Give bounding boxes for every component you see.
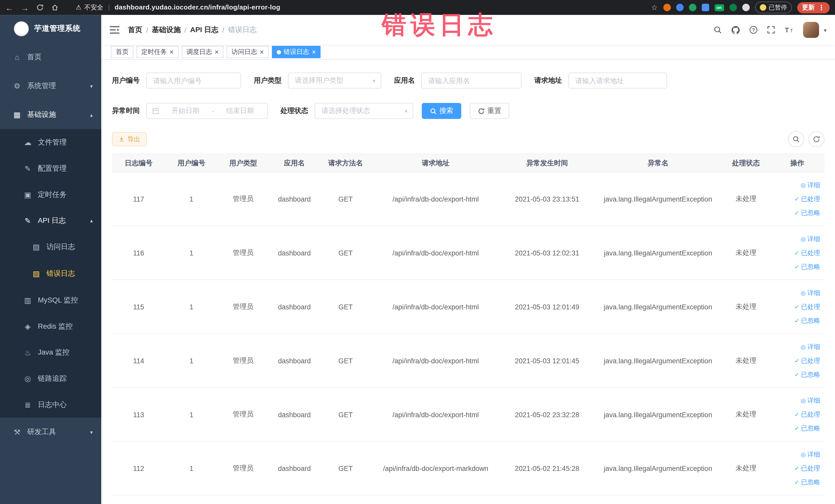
access-log-icon: ▨ xyxy=(31,243,42,251)
detail-link[interactable]: ◎详细 xyxy=(801,396,820,405)
active-tab-dot xyxy=(277,50,281,54)
processed-link[interactable]: ✓已处理 xyxy=(794,302,820,311)
ignore-link[interactable]: ✓已忽略 xyxy=(794,262,820,271)
table-row: 1141管理员dashboardGET/api/infra/db-doc/exp… xyxy=(112,334,824,387)
table-row: 1151管理员dashboardGET/api/infra/db-doc/exp… xyxy=(112,280,824,334)
column-header: 请求地址 xyxy=(371,154,500,172)
detail-link[interactable]: ◎详细 xyxy=(801,342,820,351)
search-button[interactable]: 搜索 xyxy=(422,103,461,119)
cell-user-id: 1 xyxy=(165,280,218,334)
detail-link[interactable]: ◎详细 xyxy=(801,234,820,244)
check-icon: ✓ xyxy=(794,477,799,487)
sidebar-item-log-center[interactable]: ≣日志中心 xyxy=(0,391,101,418)
breadcrumb-item[interactable]: 基础设施 xyxy=(152,25,181,35)
process-status-select[interactable]: 请选择处理状态 ▾ xyxy=(315,103,413,119)
logo[interactable]: 芋道管理系统 xyxy=(0,15,101,43)
sidebar-item-file-management[interactable]: ☁文件管理 xyxy=(0,129,101,155)
processed-link[interactable]: ✓已处理 xyxy=(794,463,820,473)
toggle-search-button[interactable] xyxy=(788,131,804,147)
processed-link[interactable]: ✓已处理 xyxy=(794,356,820,365)
ignore-link[interactable]: ✓已忽略 xyxy=(794,316,820,325)
export-button[interactable]: 导出 xyxy=(112,132,147,146)
exception-time-range-picker[interactable]: 开始日期 - 结束日期 xyxy=(146,103,268,119)
cell-exception: java.lang.IllegalArgumentException xyxy=(594,280,722,334)
sidebar-item-scheduled-task[interactable]: ▣定时任务 xyxy=(0,181,101,207)
sidebar-item-config-management[interactable]: ✎配置管理 xyxy=(0,155,101,182)
processed-link[interactable]: ✓已处理 xyxy=(794,248,820,258)
close-icon[interactable]: × xyxy=(260,48,264,56)
extension-icon[interactable] xyxy=(701,4,709,11)
sidebar-item-dev-tools[interactable]: ⚒研发工具▾ xyxy=(0,418,101,446)
extension-icon[interactable] xyxy=(742,4,750,11)
close-icon[interactable]: × xyxy=(215,48,219,56)
extension-icon[interactable] xyxy=(676,4,683,11)
sidebar-item-java-monitor[interactable]: ♨Java 监控 xyxy=(0,339,101,365)
sidebar-item-system-management[interactable]: ⚙系统管理▾ xyxy=(0,72,101,100)
processed-link[interactable]: ✓已处理 xyxy=(794,409,820,419)
tab-error-log[interactable]: 错误日志× xyxy=(272,46,321,58)
sidebar-item-access-log[interactable]: ▨访问日志 xyxy=(0,234,101,260)
breadcrumb-item[interactable]: 首页 xyxy=(128,25,142,35)
reload-icon[interactable] xyxy=(36,4,44,11)
search-icon[interactable] xyxy=(713,26,722,34)
cell-user-type: 管理员 xyxy=(218,334,269,387)
cell-user-type: 管理员 xyxy=(218,441,269,495)
update-label: 更新 xyxy=(802,3,815,12)
tab-home[interactable]: 首页 xyxy=(111,46,133,58)
browser-update-button[interactable]: 更新 ⋮ xyxy=(797,2,830,13)
kebab-menu-icon[interactable]: ⋮ xyxy=(818,4,825,12)
calendar-icon xyxy=(152,107,159,115)
forward-icon[interactable]: → xyxy=(21,3,29,12)
ignore-link[interactable]: ✓已忽略 xyxy=(794,370,820,379)
close-icon[interactable]: × xyxy=(170,48,174,56)
ignore-link[interactable]: ✓已忽略 xyxy=(794,423,820,433)
reset-button-label: 重置 xyxy=(487,106,501,116)
detail-link[interactable]: ◎详细 xyxy=(801,180,820,190)
font-size-icon[interactable]: TT xyxy=(785,26,794,34)
sidebar-item-infrastructure[interactable]: ▦基础设施▴ xyxy=(0,100,101,129)
tab-scheduled-task[interactable]: 定时任务× xyxy=(137,46,178,58)
app-name-input[interactable] xyxy=(421,73,522,88)
github-icon[interactable] xyxy=(731,25,740,35)
sidebar-item-home[interactable]: ⌂首页 xyxy=(0,43,101,72)
extension-icon[interactable] xyxy=(663,4,670,11)
home-browser-icon[interactable] xyxy=(51,4,59,11)
tab-access-log[interactable]: 访问日志× xyxy=(227,46,268,58)
cell-app-name: dashboard xyxy=(269,441,320,495)
cell-actions: ◎详细✓已处理✓已忽略 xyxy=(770,172,824,226)
tab-schedule-log[interactable]: 调度日志× xyxy=(182,46,224,58)
fullscreen-icon[interactable] xyxy=(767,26,775,34)
process-status-label: 处理状态 xyxy=(281,106,308,116)
extension-on-badge[interactable]: on xyxy=(714,4,724,11)
hamburger-icon[interactable] xyxy=(110,26,119,34)
user-id-input[interactable] xyxy=(146,73,241,88)
action-label: 已忽略 xyxy=(801,370,820,379)
cell-app-name: dashboard xyxy=(269,334,320,387)
ignore-link[interactable]: ✓已忽略 xyxy=(794,477,820,487)
sidebar-item-mysql-monitor[interactable]: ▥MySQL 监控 xyxy=(0,287,101,313)
processed-link[interactable]: ✓已处理 xyxy=(794,194,820,204)
user-avatar[interactable] xyxy=(803,22,819,38)
request-url-input[interactable] xyxy=(569,73,667,88)
sidebar-item-api-log[interactable]: ✎API 日志▴ xyxy=(0,207,101,234)
reset-button[interactable]: 重置 xyxy=(470,103,509,119)
sidebar-item-error-log[interactable]: ▨错误日志 xyxy=(0,260,101,287)
breadcrumb-item[interactable]: API 日志 xyxy=(190,25,219,35)
paused-extension-chip[interactable]: 已暂停 xyxy=(755,2,792,13)
user-type-select[interactable]: 请选择用户类型 ▾ xyxy=(288,73,382,88)
bookmark-star-icon[interactable]: ☆ xyxy=(651,3,658,12)
chevron-down-icon[interactable]: ▾ xyxy=(824,27,827,33)
help-icon[interactable]: ? xyxy=(749,26,758,34)
detail-link[interactable]: ◎详细 xyxy=(801,288,820,298)
refresh-table-button[interactable] xyxy=(808,131,824,147)
sidebar-item-link-trace[interactable]: ◎链路追踪 xyxy=(0,365,101,391)
detail-link[interactable]: ◎详细 xyxy=(801,449,820,459)
ignore-link[interactable]: ✓已忽略 xyxy=(794,208,820,218)
extension-icon[interactable] xyxy=(689,4,696,11)
extension-icon[interactable] xyxy=(729,4,737,11)
close-icon[interactable]: × xyxy=(312,48,316,56)
back-icon[interactable]: ← xyxy=(5,3,13,12)
sidebar-item-redis-monitor[interactable]: ◈Redis 监控 xyxy=(0,313,101,339)
address-bar[interactable]: ⚠ 不安全 | dashboard.yudao.iocoder.cn/infra… xyxy=(76,3,280,12)
svg-text:T: T xyxy=(785,26,789,34)
